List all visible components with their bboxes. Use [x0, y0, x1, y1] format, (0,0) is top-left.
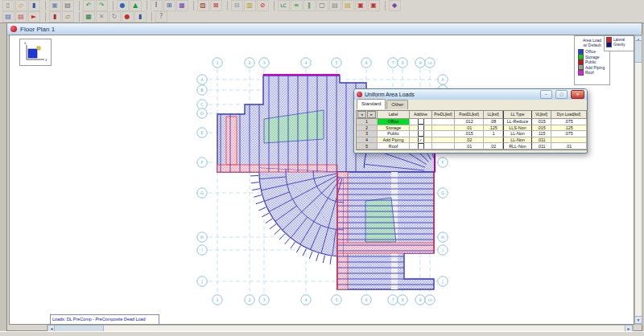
label-cell[interactable]: Storage — [378, 125, 410, 132]
maximize-button[interactable]: ▢ — [555, 90, 568, 99]
row-number[interactable]: 4 — [357, 137, 378, 144]
minimize-button[interactable]: – — [540, 90, 552, 99]
toolbar-truck-button[interactable]: ▦ — [83, 11, 95, 23]
row-number[interactable]: 1 — [357, 119, 378, 125]
tab-standard[interactable]: Standard — [357, 99, 386, 109]
label-cell[interactable]: Add Piping — [378, 137, 410, 144]
lltype-cell[interactable]: LLS-Non — [503, 125, 532, 132]
toolbar-web-button[interactable]: ● — [122, 11, 134, 23]
nav-next-button[interactable]: ► — [367, 111, 376, 118]
plan-canvas[interactable]: 1122334455667788991010AABBCCDDEEFFGGHHII… — [9, 35, 634, 325]
toolbar-combine-button[interactable]: ≡ — [291, 0, 303, 11]
nav-prev-button[interactable]: ◄ — [357, 111, 366, 118]
vl-cell[interactable]: .015 — [532, 119, 551, 125]
predl-cell[interactable] — [432, 125, 455, 132]
close-button[interactable]: ✕ — [571, 90, 584, 99]
postdl-cell[interactable]: .012 — [455, 119, 484, 125]
dyn-cell[interactable]: .075 — [551, 119, 587, 125]
toolbar-redo-button[interactable]: ↷ — [96, 0, 108, 11]
vl-cell[interactable]: .011 — [532, 143, 551, 150]
toolbar-window-layout-button[interactable]: ⊟ — [231, 0, 243, 11]
toolbar-site-button[interactable]: ▲ — [130, 0, 142, 11]
dyn-cell[interactable]: .01 — [551, 143, 587, 150]
additive-cell[interactable] — [410, 131, 432, 137]
checkbox-unchecked[interactable] — [418, 119, 424, 125]
checkbox-unchecked[interactable] — [418, 143, 424, 149]
predl-cell[interactable] — [432, 131, 455, 137]
label-cell[interactable]: Roof — [378, 143, 410, 150]
ll-cell[interactable]: .125 — [484, 125, 503, 132]
vl-cell[interactable]: .115 — [532, 131, 551, 137]
vertical-scroll-thumb[interactable] — [634, 40, 642, 63]
toolbar-options-button[interactable]: ◆ — [389, 0, 401, 11]
vertical-scrollbar[interactable]: ▲ ▼ — [634, 35, 642, 325]
tab-other[interactable]: Other — [386, 100, 408, 109]
toolbar-wall-button[interactable]: ▨ — [197, 0, 209, 11]
vl-cell[interactable]: .015 — [532, 125, 551, 132]
toolbar-print-button[interactable]: ▤ — [62, 0, 74, 11]
toolbar-refresh-button[interactable]: ↻ — [109, 11, 121, 23]
predl-cell[interactable] — [432, 143, 455, 150]
checkbox-checked[interactable]: ✓ — [418, 137, 424, 143]
toolbar-globe-button[interactable]: ● — [117, 0, 129, 11]
toolbar-load-case-button[interactable]: LC — [278, 0, 290, 11]
dyn-cell[interactable]: .075 — [551, 131, 587, 137]
toolbar-save-criteria-button[interactable]: ▮ — [49, 11, 61, 23]
additive-cell[interactable]: ✓ — [410, 137, 432, 144]
checkbox-unchecked[interactable] — [418, 131, 424, 137]
toolbar-erase-button[interactable]: ✕ — [96, 11, 108, 23]
toolbar-help-button[interactable]: ? — [155, 11, 167, 23]
ll-cell[interactable]: .02 — [484, 143, 503, 150]
toolbar-open-button[interactable]: ▱ — [15, 0, 27, 11]
toolbar-no-loads-button[interactable]: ⊘ — [257, 0, 269, 11]
row-number[interactable]: 2 — [357, 125, 378, 132]
dyn-cell[interactable] — [551, 137, 587, 144]
toolbar-columns-button[interactable]: ▥ — [244, 0, 256, 11]
scroll-down-icon[interactable]: ▼ — [634, 316, 642, 324]
toolbar-import-button[interactable]: ▱ — [62, 11, 74, 23]
vl-cell[interactable]: .011 — [532, 137, 551, 144]
lltype-cell[interactable]: LL-Non — [503, 137, 532, 144]
toolbar-beam-button[interactable]: I — [151, 0, 163, 11]
lltype-cell[interactable]: LL-Reduce — [503, 119, 532, 125]
toolbar-page-add-button[interactable]: ▤ — [2, 11, 14, 23]
toolbar-new-button[interactable]: ▯ — [2, 0, 14, 11]
toolbar-opening-button[interactable]: ⊠ — [210, 0, 222, 11]
toolbar-pointer-button[interactable]: ► — [28, 11, 40, 23]
ll-cell[interactable]: .08 — [484, 119, 503, 125]
ll-cell[interactable] — [484, 137, 503, 144]
row-number[interactable]: 3 — [357, 131, 378, 137]
postdl-cell[interactable]: .02 — [455, 137, 484, 144]
toolbar-save-button[interactable]: ▮ — [28, 0, 40, 11]
floor-plan-titlebar[interactable]: Floor Plan 1 — [7, 23, 642, 35]
dialog-titlebar[interactable]: Uniform Area Loads – ▢ ✕ — [354, 89, 587, 100]
lltype-cell[interactable]: RLL-Non — [503, 143, 532, 150]
additive-cell[interactable] — [410, 143, 432, 150]
toolbar-red-1-button[interactable]: ▣ — [355, 0, 367, 11]
label-cell[interactable]: Public — [378, 131, 410, 137]
ll-cell[interactable]: .1 — [484, 131, 503, 137]
additive-cell[interactable] — [410, 119, 432, 125]
checkbox-unchecked[interactable] — [418, 125, 424, 131]
toolbar-report-2-button[interactable]: ▤ — [342, 0, 354, 11]
toolbar-deck-button[interactable]: ▦ — [176, 0, 188, 11]
predl-cell[interactable] — [432, 119, 455, 125]
toolbar-report-button[interactable]: ▤ — [329, 0, 341, 11]
lltype-cell[interactable]: LL-Non — [503, 131, 532, 137]
toolbar-red-2-button[interactable]: ▣ — [368, 0, 380, 11]
toolbar-view-button[interactable]: ▢ — [316, 0, 328, 11]
postdl-cell[interactable]: .01 — [455, 143, 484, 150]
label-cell[interactable]: Office — [378, 119, 410, 125]
toolbar-grid-button[interactable]: ⊞ — [163, 0, 175, 11]
toolbar-pause-button[interactable]: ∥ — [303, 0, 316, 11]
additive-cell[interactable] — [410, 125, 432, 132]
predl-cell[interactable] — [432, 137, 455, 144]
toolbar-page-remove-button[interactable]: ▤ — [15, 11, 27, 23]
postdl-cell[interactable]: .01 — [455, 125, 484, 132]
postdl-cell[interactable]: .015 — [455, 131, 484, 137]
dyn-cell[interactable]: .125 — [551, 125, 587, 132]
toolbar-disk-button[interactable]: ▮ — [134, 11, 147, 23]
row-number[interactable]: 5 — [357, 143, 378, 150]
toolbar-undo-button[interactable]: ↶ — [83, 0, 95, 11]
toolbar-copy-button[interactable]: ▣ — [49, 0, 61, 11]
